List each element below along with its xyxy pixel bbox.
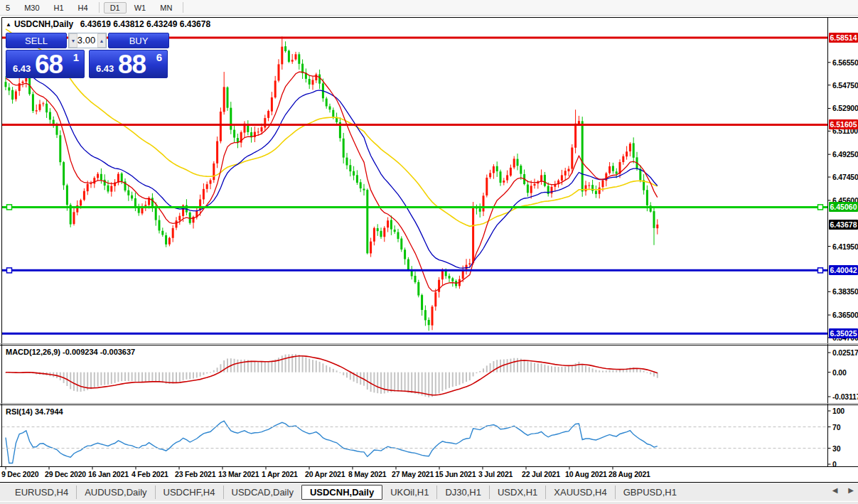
sell-button[interactable]: SELL (6, 33, 67, 48)
tab-usdcnh-daily[interactable]: USDCNH,Daily (301, 485, 382, 500)
toolbar-period-d1[interactable]: D1 (104, 2, 127, 14)
period-toolbar: 5M30H1H4D1W1MN (0, 0, 858, 16)
one-click-trading-panel: SELL ▼ 3.00 ▲ BUY 6.43 68 1 6.43 88 6 (6, 33, 169, 78)
buy-button[interactable]: BUY (108, 33, 169, 48)
toolbar-period-m30[interactable]: M30 (18, 2, 45, 14)
volume-decrease-icon[interactable]: ▼ (69, 33, 77, 48)
toolbar-separator (183, 2, 183, 13)
chart-tab-bar: EURUSD,H4AUDUSD,DailyUSDCHF,H4USDCAD,Dai… (0, 483, 858, 500)
toolbar-period-w1[interactable]: W1 (128, 2, 153, 14)
tab-scroll-left-icon[interactable]: ◀ (832, 486, 838, 494)
tab-xauusd-h4[interactable]: XAUUSD,H4 (545, 486, 614, 499)
sell-price-base: 6.43 (13, 63, 31, 74)
tab-gbpusd-h1[interactable]: GBPUSD,H1 (615, 486, 685, 499)
chart-symbol-label: USDCNH,Daily (14, 19, 73, 29)
buy-price-pips: 88 (118, 50, 146, 80)
buy-price-panel[interactable]: 6.43 88 6 (89, 50, 168, 78)
tab-audusd-daily[interactable]: AUDUSD,Daily (76, 486, 154, 499)
sell-price-pips: 68 (35, 50, 63, 80)
toolbar-separator (99, 2, 100, 13)
chart-ohlc-values: 6.43619 6.43812 6.43249 6.43678 (80, 19, 211, 29)
sell-price-point: 1 (73, 51, 79, 63)
toolbar-period-mn[interactable]: MN (154, 2, 178, 14)
tab-usdx-h1[interactable]: USDX,H1 (489, 486, 545, 499)
tab-dj30-h1[interactable]: DJ30,H1 (436, 486, 489, 499)
level-line-handle[interactable] (7, 268, 12, 273)
toolbar-period-5[interactable]: 5 (0, 2, 16, 14)
tab-ukoil-h1[interactable]: UKOil,H1 (382, 486, 436, 499)
tab-eurusd-h4[interactable]: EURUSD,H4 (7, 486, 76, 499)
volume-spinner: ▼ 3.00 ▲ (68, 33, 107, 48)
tab-usdchf-h4[interactable]: USDCHF,H4 (155, 486, 223, 499)
volume-input[interactable]: 3.00 (77, 33, 97, 48)
sell-price-panel[interactable]: 6.43 68 1 (6, 50, 85, 78)
toolbar-period-h4[interactable]: H4 (72, 2, 95, 14)
volume-increase-icon[interactable]: ▲ (97, 33, 106, 48)
tab-scroll-arrows: ◀ ▶ (824, 486, 854, 494)
status-bar (0, 501, 858, 504)
toolbar-period-h1[interactable]: H1 (48, 2, 70, 14)
level-line-handle[interactable] (7, 205, 12, 210)
buy-price-point: 6 (156, 51, 162, 63)
tab-usdcad-daily[interactable]: USDCAD,Daily (223, 486, 301, 499)
chart-background (0, 16, 858, 482)
chart-symbol-marker-icon[interactable]: ▲ (6, 21, 11, 28)
level-line-handle[interactable] (818, 205, 823, 210)
chart-title: ▲USDCNH,Daily 6.43619 6.43812 6.43249 6.… (6, 19, 210, 29)
buy-price-base: 6.43 (96, 63, 114, 74)
tab-scroll-right-icon[interactable]: ▶ (848, 486, 854, 494)
level-line-handle[interactable] (818, 268, 823, 273)
